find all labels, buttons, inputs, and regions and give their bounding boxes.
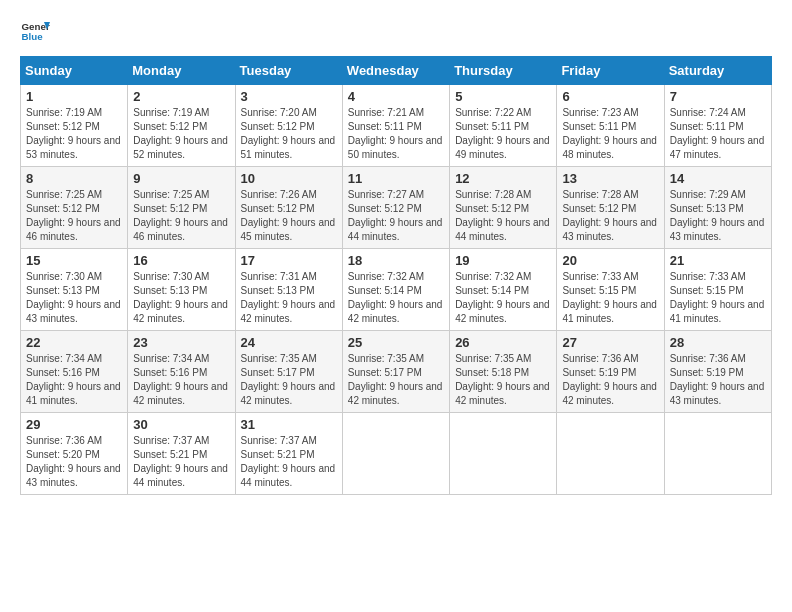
calendar-cell: 23 Sunrise: 7:34 AMSunset: 5:16 PMDaylig… — [128, 331, 235, 413]
day-info: Sunrise: 7:35 AMSunset: 5:18 PMDaylight:… — [455, 353, 550, 406]
day-info: Sunrise: 7:32 AMSunset: 5:14 PMDaylight:… — [348, 271, 443, 324]
calendar-cell: 4 Sunrise: 7:21 AMSunset: 5:11 PMDayligh… — [342, 85, 449, 167]
day-number: 18 — [348, 253, 444, 268]
calendar-cell: 16 Sunrise: 7:30 AMSunset: 5:13 PMDaylig… — [128, 249, 235, 331]
weekday-header-monday: Monday — [128, 57, 235, 85]
day-number: 14 — [670, 171, 766, 186]
day-info: Sunrise: 7:22 AMSunset: 5:11 PMDaylight:… — [455, 107, 550, 160]
calendar-cell: 18 Sunrise: 7:32 AMSunset: 5:14 PMDaylig… — [342, 249, 449, 331]
day-number: 27 — [562, 335, 658, 350]
calendar-cell — [342, 413, 449, 495]
day-number: 11 — [348, 171, 444, 186]
day-number: 21 — [670, 253, 766, 268]
calendar-cell: 10 Sunrise: 7:26 AMSunset: 5:12 PMDaylig… — [235, 167, 342, 249]
weekday-header-sunday: Sunday — [21, 57, 128, 85]
day-info: Sunrise: 7:19 AMSunset: 5:12 PMDaylight:… — [26, 107, 121, 160]
weekday-header-friday: Friday — [557, 57, 664, 85]
day-number: 23 — [133, 335, 229, 350]
calendar-cell: 20 Sunrise: 7:33 AMSunset: 5:15 PMDaylig… — [557, 249, 664, 331]
calendar-cell: 22 Sunrise: 7:34 AMSunset: 5:16 PMDaylig… — [21, 331, 128, 413]
day-info: Sunrise: 7:19 AMSunset: 5:12 PMDaylight:… — [133, 107, 228, 160]
calendar-cell: 1 Sunrise: 7:19 AMSunset: 5:12 PMDayligh… — [21, 85, 128, 167]
calendar-cell: 27 Sunrise: 7:36 AMSunset: 5:19 PMDaylig… — [557, 331, 664, 413]
calendar-week-row: 29 Sunrise: 7:36 AMSunset: 5:20 PMDaylig… — [21, 413, 772, 495]
calendar-cell — [664, 413, 771, 495]
calendar-cell: 26 Sunrise: 7:35 AMSunset: 5:18 PMDaylig… — [450, 331, 557, 413]
day-info: Sunrise: 7:25 AMSunset: 5:12 PMDaylight:… — [26, 189, 121, 242]
calendar-cell: 2 Sunrise: 7:19 AMSunset: 5:12 PMDayligh… — [128, 85, 235, 167]
logo-icon: General Blue — [20, 16, 50, 46]
day-number: 16 — [133, 253, 229, 268]
weekday-header-tuesday: Tuesday — [235, 57, 342, 85]
day-info: Sunrise: 7:33 AMSunset: 5:15 PMDaylight:… — [670, 271, 765, 324]
calendar-cell: 28 Sunrise: 7:36 AMSunset: 5:19 PMDaylig… — [664, 331, 771, 413]
day-number: 22 — [26, 335, 122, 350]
calendar-table: SundayMondayTuesdayWednesdayThursdayFrid… — [20, 56, 772, 495]
calendar-cell: 12 Sunrise: 7:28 AMSunset: 5:12 PMDaylig… — [450, 167, 557, 249]
calendar-cell: 3 Sunrise: 7:20 AMSunset: 5:12 PMDayligh… — [235, 85, 342, 167]
calendar-cell: 21 Sunrise: 7:33 AMSunset: 5:15 PMDaylig… — [664, 249, 771, 331]
day-info: Sunrise: 7:34 AMSunset: 5:16 PMDaylight:… — [133, 353, 228, 406]
calendar-week-row: 1 Sunrise: 7:19 AMSunset: 5:12 PMDayligh… — [21, 85, 772, 167]
day-info: Sunrise: 7:28 AMSunset: 5:12 PMDaylight:… — [455, 189, 550, 242]
calendar-cell: 6 Sunrise: 7:23 AMSunset: 5:11 PMDayligh… — [557, 85, 664, 167]
day-info: Sunrise: 7:36 AMSunset: 5:20 PMDaylight:… — [26, 435, 121, 488]
day-number: 31 — [241, 417, 337, 432]
day-number: 7 — [670, 89, 766, 104]
day-number: 2 — [133, 89, 229, 104]
day-info: Sunrise: 7:28 AMSunset: 5:12 PMDaylight:… — [562, 189, 657, 242]
day-info: Sunrise: 7:25 AMSunset: 5:12 PMDaylight:… — [133, 189, 228, 242]
weekday-header-saturday: Saturday — [664, 57, 771, 85]
calendar-cell: 8 Sunrise: 7:25 AMSunset: 5:12 PMDayligh… — [21, 167, 128, 249]
day-info: Sunrise: 7:32 AMSunset: 5:14 PMDaylight:… — [455, 271, 550, 324]
day-number: 20 — [562, 253, 658, 268]
day-number: 19 — [455, 253, 551, 268]
day-number: 30 — [133, 417, 229, 432]
day-number: 4 — [348, 89, 444, 104]
day-info: Sunrise: 7:20 AMSunset: 5:12 PMDaylight:… — [241, 107, 336, 160]
calendar-cell — [557, 413, 664, 495]
day-info: Sunrise: 7:33 AMSunset: 5:15 PMDaylight:… — [562, 271, 657, 324]
day-number: 5 — [455, 89, 551, 104]
calendar-week-row: 8 Sunrise: 7:25 AMSunset: 5:12 PMDayligh… — [21, 167, 772, 249]
day-number: 25 — [348, 335, 444, 350]
day-number: 13 — [562, 171, 658, 186]
day-number: 26 — [455, 335, 551, 350]
logo: General Blue — [20, 16, 54, 46]
day-number: 15 — [26, 253, 122, 268]
day-number: 28 — [670, 335, 766, 350]
calendar-cell: 14 Sunrise: 7:29 AMSunset: 5:13 PMDaylig… — [664, 167, 771, 249]
weekday-header-wednesday: Wednesday — [342, 57, 449, 85]
day-info: Sunrise: 7:24 AMSunset: 5:11 PMDaylight:… — [670, 107, 765, 160]
day-info: Sunrise: 7:21 AMSunset: 5:11 PMDaylight:… — [348, 107, 443, 160]
calendar-cell: 9 Sunrise: 7:25 AMSunset: 5:12 PMDayligh… — [128, 167, 235, 249]
calendar-cell — [450, 413, 557, 495]
calendar-cell: 17 Sunrise: 7:31 AMSunset: 5:13 PMDaylig… — [235, 249, 342, 331]
day-number: 17 — [241, 253, 337, 268]
day-info: Sunrise: 7:35 AMSunset: 5:17 PMDaylight:… — [348, 353, 443, 406]
day-info: Sunrise: 7:30 AMSunset: 5:13 PMDaylight:… — [133, 271, 228, 324]
calendar-cell: 30 Sunrise: 7:37 AMSunset: 5:21 PMDaylig… — [128, 413, 235, 495]
calendar-week-row: 15 Sunrise: 7:30 AMSunset: 5:13 PMDaylig… — [21, 249, 772, 331]
day-info: Sunrise: 7:26 AMSunset: 5:12 PMDaylight:… — [241, 189, 336, 242]
day-number: 8 — [26, 171, 122, 186]
day-number: 3 — [241, 89, 337, 104]
day-number: 12 — [455, 171, 551, 186]
weekday-header-thursday: Thursday — [450, 57, 557, 85]
svg-text:Blue: Blue — [22, 31, 44, 42]
calendar-cell: 31 Sunrise: 7:37 AMSunset: 5:21 PMDaylig… — [235, 413, 342, 495]
calendar-cell: 7 Sunrise: 7:24 AMSunset: 5:11 PMDayligh… — [664, 85, 771, 167]
calendar-cell: 25 Sunrise: 7:35 AMSunset: 5:17 PMDaylig… — [342, 331, 449, 413]
calendar-week-row: 22 Sunrise: 7:34 AMSunset: 5:16 PMDaylig… — [21, 331, 772, 413]
day-info: Sunrise: 7:37 AMSunset: 5:21 PMDaylight:… — [241, 435, 336, 488]
day-number: 1 — [26, 89, 122, 104]
day-info: Sunrise: 7:29 AMSunset: 5:13 PMDaylight:… — [670, 189, 765, 242]
calendar-cell: 19 Sunrise: 7:32 AMSunset: 5:14 PMDaylig… — [450, 249, 557, 331]
calendar-cell: 11 Sunrise: 7:27 AMSunset: 5:12 PMDaylig… — [342, 167, 449, 249]
day-info: Sunrise: 7:34 AMSunset: 5:16 PMDaylight:… — [26, 353, 121, 406]
day-info: Sunrise: 7:36 AMSunset: 5:19 PMDaylight:… — [562, 353, 657, 406]
day-info: Sunrise: 7:30 AMSunset: 5:13 PMDaylight:… — [26, 271, 121, 324]
day-info: Sunrise: 7:27 AMSunset: 5:12 PMDaylight:… — [348, 189, 443, 242]
calendar-cell: 13 Sunrise: 7:28 AMSunset: 5:12 PMDaylig… — [557, 167, 664, 249]
calendar-cell: 15 Sunrise: 7:30 AMSunset: 5:13 PMDaylig… — [21, 249, 128, 331]
